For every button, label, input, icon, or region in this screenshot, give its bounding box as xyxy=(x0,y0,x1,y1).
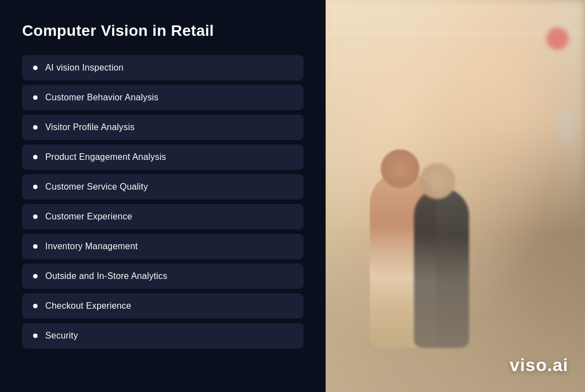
bullet-icon xyxy=(33,125,38,130)
menu-item-label: Customer Service Quality xyxy=(45,182,148,192)
menu-item-label: AI vision Inspection xyxy=(45,63,124,73)
viso-logo: viso.ai xyxy=(509,355,568,375)
retail-image xyxy=(326,0,585,392)
menu-item-customer-experience[interactable]: Customer Experience xyxy=(22,204,304,229)
menu-item-label: Outside and In-Store Analytics xyxy=(45,271,167,281)
menu-item-label: Visitor Profile Analysis xyxy=(45,122,135,132)
left-panel: Computer Vision in Retail AI vision Insp… xyxy=(0,0,326,392)
menu-item-label: Customer Experience xyxy=(45,212,132,222)
menu-item-customer-service[interactable]: Customer Service Quality xyxy=(22,174,304,200)
bullet-icon xyxy=(33,304,38,308)
menu-item-label: Inventory Management xyxy=(45,241,138,251)
menu-item-visitor-profile[interactable]: Visitor Profile Analysis xyxy=(22,115,304,140)
bullet-icon xyxy=(33,334,38,338)
menu-item-inventory-management[interactable]: Inventory Management xyxy=(22,234,304,259)
menu-item-label: Checkout Experience xyxy=(45,301,131,311)
menu-item-label: Product Engagement Analysis xyxy=(45,152,166,162)
menu-item-security[interactable]: Security xyxy=(22,323,304,348)
page-title: Computer Vision in Retail xyxy=(22,22,304,40)
menu-item-ai-vision[interactable]: AI vision Inspection xyxy=(22,55,304,80)
menu-list: AI vision InspectionCustomer Behavior An… xyxy=(22,55,304,348)
right-panel: viso.ai xyxy=(326,0,585,392)
bullet-icon xyxy=(33,66,38,70)
menu-item-customer-behavior[interactable]: Customer Behavior Analysis xyxy=(22,85,304,110)
bullet-icon xyxy=(33,274,38,278)
bullet-icon xyxy=(33,155,38,159)
decoration-circle-1 xyxy=(546,28,568,50)
menu-item-product-engagement[interactable]: Product Engagement Analysis xyxy=(22,144,304,170)
menu-item-outside-instore[interactable]: Outside and In-Store Analytics xyxy=(22,264,304,289)
decoration-circle-2 xyxy=(557,110,574,143)
menu-item-checkout-experience[interactable]: Checkout Experience xyxy=(22,293,304,319)
menu-item-label: Security xyxy=(45,331,78,341)
bullet-icon xyxy=(33,185,38,189)
bullet-icon xyxy=(33,214,38,219)
bullet-icon xyxy=(33,244,38,249)
menu-item-label: Customer Behavior Analysis xyxy=(45,93,158,103)
bullet-icon xyxy=(33,95,38,100)
